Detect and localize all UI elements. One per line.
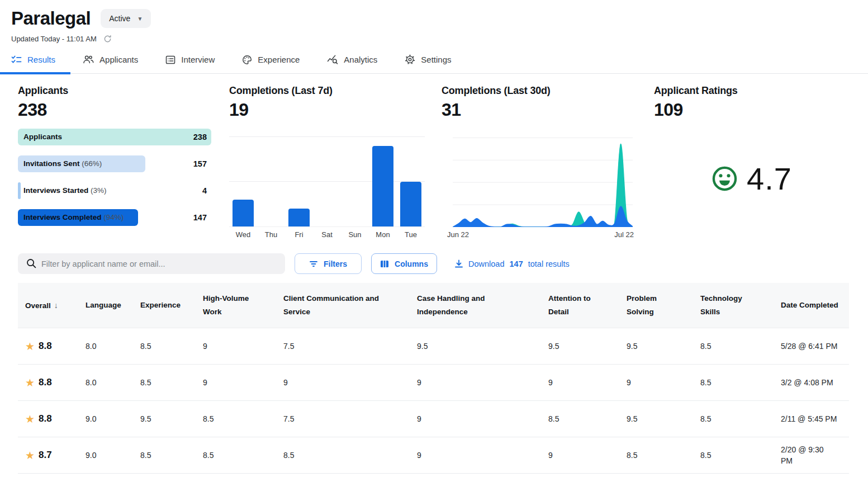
bar: [400, 182, 421, 226]
tab-settings[interactable]: Settings: [405, 54, 451, 65]
sort-descending-icon: ↓: [54, 301, 58, 310]
tab-experience[interactable]: Experience: [242, 54, 300, 65]
column-header-experience[interactable]: Experience: [133, 283, 196, 328]
funnel-pct: (3%): [91, 186, 107, 195]
cell-technology-skills: 8.5: [693, 401, 774, 437]
cell-attention-to-detail: 9: [541, 437, 619, 474]
funnel-value: 147: [193, 209, 207, 226]
columns-icon: [380, 260, 389, 268]
cell-client-communication: 7.5: [276, 328, 410, 365]
cell-case-handling: 9: [410, 437, 541, 474]
funnel-row-interviews-started: Interviews Started (3%) 4: [18, 182, 211, 199]
column-header-case-handling[interactable]: Case Handling and Independence: [410, 283, 541, 328]
card-title: Completions (Last 7d): [229, 85, 442, 97]
x-tick-label: Wed: [229, 230, 257, 239]
column-header-language[interactable]: Language: [78, 283, 133, 328]
star-icon: ★: [25, 450, 35, 461]
x-tick-label: Sun: [341, 230, 369, 239]
card-applicant-ratings: Applicant Ratings 109 4.7: [654, 85, 868, 239]
column-header-attention-to-detail[interactable]: Attention to Detail: [541, 283, 619, 328]
status-label: Active: [109, 14, 130, 23]
funnel-pct: (94%): [103, 213, 124, 221]
column-header-high-volume-work[interactable]: High-Volume Work: [196, 283, 276, 328]
area-chart-plot: [453, 130, 633, 227]
gear-icon: [405, 54, 415, 65]
card-value: 109: [654, 100, 868, 120]
cell-technology-skills: 8.5: [693, 437, 774, 474]
cell-problem-solving: 8.5: [619, 437, 693, 474]
area-series-completions-teal: [453, 144, 633, 227]
rating-score: 4.7: [747, 160, 792, 197]
star-icon: ★: [25, 377, 35, 388]
cell-client-communication: 7.5: [276, 401, 410, 437]
filters-button[interactable]: Filters: [295, 253, 362, 274]
column-header-overall[interactable]: Overall↓: [18, 283, 78, 328]
download-results-link[interactable]: Download 147 total results: [454, 259, 570, 268]
smiley-face-icon: [712, 166, 738, 192]
checklist-icon: [11, 55, 22, 65]
funnel-value: 4: [202, 182, 207, 199]
x-tick-label: Sat: [313, 230, 341, 239]
area-series-completions-blue: [453, 206, 633, 227]
cell-attention-to-detail: 8.5: [541, 401, 619, 437]
cell-attention-to-detail: 9.5: [541, 328, 619, 365]
applicants-funnel-chart: Applicants 238 Invitations Sent (66%) 15…: [18, 129, 211, 226]
download-count: 147: [510, 259, 523, 268]
card-completions-7d: Completions (Last 7d) 19 WedThuFriSatSun…: [229, 85, 442, 239]
tab-bar: Results Applicants Interview Experience: [0, 43, 868, 74]
table-row[interactable]: ★8.8 8.0 8.5 9 7.5 9.5 9.5 9.5 8.5 5/28 …: [18, 328, 849, 365]
tab-analytics[interactable]: Analytics: [327, 54, 377, 65]
star-icon: ★: [25, 341, 35, 352]
table-header-row: Overall↓ Language Experience High-Volume…: [18, 283, 849, 328]
card-value: 31: [442, 100, 654, 120]
funnel-label: Interviews Completed: [23, 213, 102, 221]
bar: [288, 209, 310, 226]
status-dropdown[interactable]: Active ▼: [101, 9, 151, 28]
tab-results[interactable]: Results: [11, 54, 55, 65]
table-row[interactable]: ★8.8 9.0 9.5 8.5 7.5 9 8.5 9.5 8.5 2/11 …: [18, 401, 849, 437]
x-axis-start-label: Jun 22: [447, 230, 469, 239]
table-row[interactable]: ★8.8 8.0 8.5 9 9 9 9 9 8.5 3/2 @ 4:08 PM: [18, 365, 849, 401]
cell-language: 8.0: [78, 328, 133, 365]
cell-problem-solving: 9: [619, 365, 693, 401]
cell-case-handling: 9.5: [410, 328, 541, 365]
cell-date-completed: 5/28 @ 6:41 PM: [774, 328, 849, 365]
cell-language: 8.0: [78, 365, 133, 401]
card-completions-30d: Completions (Last 30d) 31 Jun 22 Jul 22: [442, 85, 654, 239]
cell-high-volume-work: 8.5: [196, 437, 276, 474]
bar: [233, 200, 254, 226]
column-header-technology-skills[interactable]: Technology Skills: [693, 283, 774, 328]
average-rating: 4.7: [712, 160, 868, 197]
overall-score: 8.8: [39, 413, 52, 424]
cell-client-communication: 9: [276, 365, 410, 401]
stats-row: Applicants 238 Applicants 238 Invitation…: [0, 85, 868, 239]
cell-language: 9.0: [78, 401, 133, 437]
cell-experience: 9.5: [133, 401, 196, 437]
funnel-row-interviews-completed: Interviews Completed (94%) 147: [18, 209, 211, 226]
list-card-icon: [165, 55, 176, 65]
refresh-icon[interactable]: [103, 35, 112, 43]
tab-applicants[interactable]: Applicants: [83, 54, 138, 65]
funnel-value: 238: [193, 129, 207, 145]
funnel-label: Applicants: [23, 133, 62, 141]
columns-button[interactable]: Columns: [371, 253, 437, 274]
download-icon: [454, 259, 463, 268]
cell-problem-solving: 9.5: [619, 328, 693, 365]
table-row[interactable]: ★8.7 9.0 8.5 8.5 8.5 9 9 8.5 8.5 2/20 @ …: [18, 437, 849, 474]
tab-interview[interactable]: Interview: [165, 54, 215, 65]
search-input[interactable]: [18, 253, 285, 274]
table-toolbar: Filters Columns Download 147 total resul…: [18, 253, 868, 274]
cell-technology-skills: 8.5: [693, 328, 774, 365]
palette-icon: [242, 55, 252, 65]
column-header-client-communication[interactable]: Client Communication and Service: [276, 283, 410, 328]
card-title: Applicant Ratings: [654, 85, 868, 97]
funnel-pct: (66%): [82, 159, 102, 168]
active-tab-indicator: [0, 72, 70, 74]
people-icon: [83, 55, 94, 64]
card-applicants: Applicants 238 Applicants 238 Invitation…: [18, 85, 229, 239]
cell-case-handling: 9: [410, 401, 541, 437]
column-header-problem-solving[interactable]: Problem Solving: [619, 283, 693, 328]
cell-client-communication: 8.5: [276, 437, 410, 474]
x-axis-end-label: Jul 22: [614, 230, 634, 239]
column-header-date-completed[interactable]: Date Completed: [774, 283, 849, 328]
